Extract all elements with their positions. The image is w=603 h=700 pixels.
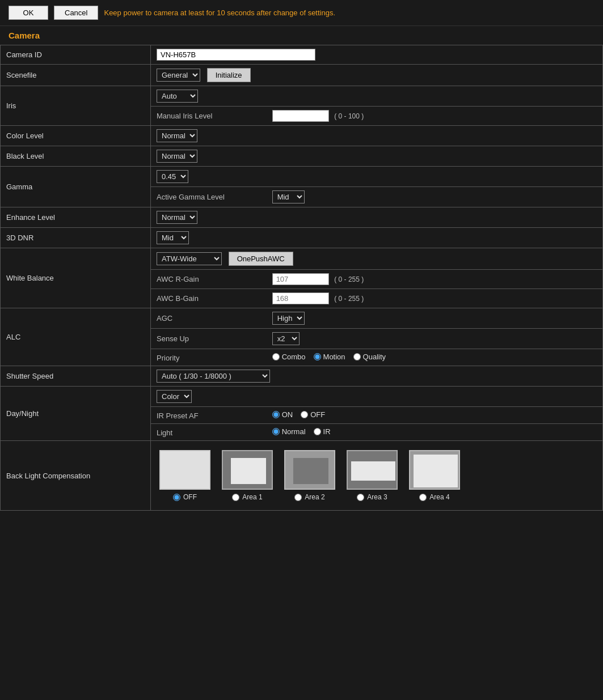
blc-off-item: OFF xyxy=(159,450,210,501)
dnr-label: 3D DNR xyxy=(1,228,151,248)
warning-text: Keep power to camera at least for 10 sec… xyxy=(104,9,335,17)
awc-rgain-input[interactable] xyxy=(272,273,329,285)
priority-quality-radio[interactable] xyxy=(353,353,361,360)
color-level-label: Color Level xyxy=(1,126,151,146)
ir-on-radio[interactable] xyxy=(272,411,280,418)
daynight-select[interactable]: Color B/W Auto xyxy=(157,390,192,403)
manual-iris-label: Manual Iris Level xyxy=(157,112,270,120)
camera-id-row: Camera ID xyxy=(1,45,603,65)
ir-on-label[interactable]: ON xyxy=(272,410,293,419)
senseup-select[interactable]: x2 x4 x8 Off xyxy=(272,332,300,345)
color-level-value-cell: Normal Low High xyxy=(151,126,603,146)
priority-cell: Priority Combo Motion Quality xyxy=(151,349,603,366)
priority-combo-label[interactable]: Combo xyxy=(272,353,306,361)
priority-quality-text: Quality xyxy=(363,353,386,361)
ir-preset-cell: IR Preset AF ON OFF xyxy=(151,407,603,424)
blc-area3-icon xyxy=(347,450,398,490)
daynight-label: Day/Night xyxy=(1,387,151,441)
agc-label: AGC xyxy=(157,314,270,323)
enhance-level-row: Enhance Level Normal Low High xyxy=(1,207,603,228)
blc-off-radio[interactable] xyxy=(173,494,180,501)
wb-select[interactable]: ATW-Wide ATW-Narrow Manual OnePushAWC xyxy=(157,252,222,265)
priority-quality-label[interactable]: Quality xyxy=(353,353,386,361)
active-gamma-cell: Active Gamma Level Mid Low High xyxy=(151,187,603,207)
light-normal-label[interactable]: Normal xyxy=(272,427,306,436)
blc-area3-label-row: Area 3 xyxy=(357,493,387,501)
shutter-select[interactable]: Auto ( 1/30 - 1/8000 ) 1/30 1/60 1/100 1… xyxy=(157,370,270,383)
priority-motion-label[interactable]: Motion xyxy=(314,353,345,361)
ok-button[interactable]: OK xyxy=(9,6,48,20)
awc-rgain-range: ( 0 - 255 ) xyxy=(334,275,364,283)
blc-area2-radio[interactable] xyxy=(294,494,302,501)
enhance-level-label: Enhance Level xyxy=(1,207,151,228)
section-title: Camera xyxy=(0,26,603,45)
blc-area1-radio[interactable] xyxy=(232,494,239,501)
gamma-row: Gamma 0.45 0.50 0.55 0.60 xyxy=(1,167,603,187)
iris-label: Iris xyxy=(1,86,151,126)
iris-select-cell: Auto Manual xyxy=(151,86,603,107)
blc-off-label-row: OFF xyxy=(173,493,197,501)
wb-label: White Balance xyxy=(1,248,151,308)
blc-value-cell: OFF Area 1 xyxy=(151,441,603,511)
priority-combo-radio[interactable] xyxy=(272,353,280,360)
scenefile-value-cell: General Indoor Outdoor Initialize xyxy=(151,65,603,86)
iris-row: Iris Auto Manual xyxy=(1,86,603,107)
dnr-row: 3D DNR Mid Low High Off xyxy=(1,228,603,248)
light-normal-radio[interactable] xyxy=(272,428,280,435)
camera-id-input[interactable] xyxy=(157,49,315,61)
gamma-label: Gamma xyxy=(1,167,151,207)
onepush-button[interactable]: OnePushAWC xyxy=(229,252,293,266)
shutter-value-cell: Auto ( 1/30 - 1/8000 ) 1/30 1/60 1/100 1… xyxy=(151,366,603,387)
ir-off-label[interactable]: OFF xyxy=(301,410,325,419)
blc-area1-label-row: Area 1 xyxy=(232,493,262,501)
enhance-level-select[interactable]: Normal Low High xyxy=(157,211,197,224)
alc-label: ALC xyxy=(1,308,151,366)
light-label: Light xyxy=(157,429,270,437)
blc-area3-text: Area 3 xyxy=(367,493,387,501)
initialize-button[interactable]: Initialize xyxy=(207,68,251,82)
color-level-select[interactable]: Normal Low High xyxy=(157,129,197,142)
daynight-row: Day/Night Color B/W Auto xyxy=(1,387,603,407)
blc-area4-label-row: Area 4 xyxy=(419,493,449,501)
scenefile-select[interactable]: General Indoor Outdoor xyxy=(157,69,200,82)
blc-area4-radio[interactable] xyxy=(419,494,427,501)
awc-bgain-label: AWC B-Gain xyxy=(157,294,270,303)
shutter-row: Shutter Speed Auto ( 1/30 - 1/8000 ) 1/3… xyxy=(1,366,603,387)
shutter-label: Shutter Speed xyxy=(1,366,151,387)
blc-icons-container: OFF Area 1 xyxy=(157,444,597,507)
gamma-select[interactable]: 0.45 0.50 0.55 0.60 xyxy=(157,170,188,183)
agc-select[interactable]: High Mid Low xyxy=(272,312,305,325)
senseup-label: Sense Up xyxy=(157,334,270,343)
blc-row: Back Light Compensation OFF xyxy=(1,441,603,511)
iris-select[interactable]: Auto Manual xyxy=(157,90,198,103)
agc-cell: AGC High Mid Low xyxy=(151,308,603,329)
light-ir-text: IR xyxy=(323,427,331,436)
awc-bgain-input[interactable] xyxy=(272,292,329,304)
manual-iris-input[interactable] xyxy=(272,110,329,122)
black-level-row: Black Level Normal Low High xyxy=(1,146,603,167)
awc-rgain-cell: AWC R-Gain ( 0 - 255 ) xyxy=(151,270,603,289)
blc-area3-radio[interactable] xyxy=(357,494,364,501)
cancel-button[interactable]: Cancel xyxy=(54,6,98,20)
ir-off-text: OFF xyxy=(310,410,325,419)
blc-area3-item: Area 3 xyxy=(347,450,398,501)
wb-row: White Balance ATW-Wide ATW-Narrow Manual… xyxy=(1,248,603,270)
dnr-select[interactable]: Mid Low High Off xyxy=(157,231,189,244)
blc-off-text: OFF xyxy=(183,493,197,501)
dnr-value-cell: Mid Low High Off xyxy=(151,228,603,248)
priority-motion-radio[interactable] xyxy=(314,353,321,360)
camera-settings-table: Camera ID Scenefile General Indoor Outdo… xyxy=(0,45,603,511)
color-level-row: Color Level Normal Low High xyxy=(1,126,603,146)
blc-area2-icon xyxy=(284,450,335,490)
black-level-select[interactable]: Normal Low High xyxy=(157,150,197,163)
ir-off-radio[interactable] xyxy=(301,411,308,418)
light-ir-label[interactable]: IR xyxy=(314,427,331,436)
active-gamma-select[interactable]: Mid Low High xyxy=(272,190,305,203)
blc-area1-text: Area 1 xyxy=(242,493,262,501)
blc-area4-icon xyxy=(409,450,460,490)
light-normal-text: Normal xyxy=(282,427,306,436)
light-ir-radio[interactable] xyxy=(314,428,321,435)
black-level-value-cell: Normal Low High xyxy=(151,146,603,167)
awc-bgain-cell: AWC B-Gain ( 0 - 255 ) xyxy=(151,289,603,308)
senseup-cell: Sense Up x2 x4 x8 Off xyxy=(151,329,603,349)
